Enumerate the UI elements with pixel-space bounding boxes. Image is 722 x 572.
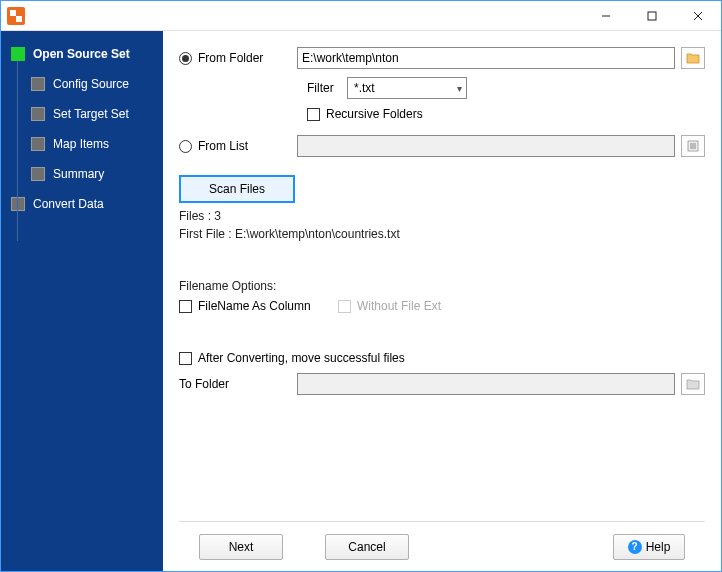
app-icon bbox=[7, 7, 25, 25]
next-button[interactable]: Next bbox=[199, 534, 283, 560]
browse-to-folder-button[interactable] bbox=[681, 373, 705, 395]
help-icon: ? bbox=[628, 540, 642, 554]
close-icon bbox=[693, 11, 703, 21]
folder-path-input[interactable] bbox=[297, 47, 675, 69]
sidebar-item-map-items[interactable]: Map Items bbox=[1, 131, 163, 157]
help-button[interactable]: ? Help bbox=[613, 534, 685, 560]
from-folder-radio[interactable] bbox=[179, 52, 192, 65]
recursive-folders-label: Recursive Folders bbox=[326, 107, 423, 121]
sidebar-item-convert-data[interactable]: Convert Data bbox=[1, 191, 163, 217]
cancel-button[interactable]: Cancel bbox=[325, 534, 409, 560]
filename-options-heading: Filename Options: bbox=[179, 279, 705, 293]
sidebar-item-open-source-set[interactable]: Open Source Set bbox=[1, 41, 163, 67]
filename-as-column-checkbox[interactable] bbox=[179, 300, 192, 313]
recursive-folders-checkbox[interactable] bbox=[307, 108, 320, 121]
maximize-button[interactable] bbox=[629, 1, 675, 31]
browse-folder-button[interactable] bbox=[681, 47, 705, 69]
filter-value: *.txt bbox=[354, 81, 375, 95]
svg-rect-1 bbox=[648, 12, 656, 20]
sidebar-item-label: Set Target Set bbox=[53, 107, 129, 121]
after-converting-label: After Converting, move successful files bbox=[198, 351, 405, 365]
wizard-sidebar: Open Source Set Config Source Set Target… bbox=[1, 31, 163, 571]
main-panel: From Folder Filter *.txt ▾ R bbox=[163, 31, 721, 571]
titlebar bbox=[1, 1, 721, 31]
to-folder-label: To Folder bbox=[179, 377, 229, 391]
from-list-radio[interactable] bbox=[179, 140, 192, 153]
footer: Next Cancel ? Help bbox=[179, 521, 705, 571]
from-list-input bbox=[297, 135, 675, 157]
sidebar-item-label: Convert Data bbox=[33, 197, 104, 211]
file-icon bbox=[686, 140, 700, 152]
minimize-button[interactable] bbox=[583, 1, 629, 31]
without-file-ext-label: Without File Ext bbox=[357, 299, 441, 313]
filename-as-column-label: FileName As Column bbox=[198, 299, 338, 313]
chevron-down-icon: ▾ bbox=[457, 83, 462, 94]
to-folder-input bbox=[297, 373, 675, 395]
folder-icon bbox=[686, 378, 700, 390]
from-list-label: From List bbox=[198, 139, 248, 153]
sidebar-item-label: Open Source Set bbox=[33, 47, 130, 61]
scan-files-button[interactable]: Scan Files bbox=[179, 175, 295, 203]
filter-label: Filter bbox=[307, 81, 347, 95]
app-window: Open Source Set Config Source Set Target… bbox=[0, 0, 722, 572]
first-file: First File : E:\work\temp\nton\countries… bbox=[179, 227, 705, 241]
without-file-ext-checkbox bbox=[338, 300, 351, 313]
folder-icon bbox=[686, 52, 700, 64]
minimize-icon bbox=[601, 11, 611, 21]
from-folder-label: From Folder bbox=[198, 51, 263, 65]
browse-list-button[interactable] bbox=[681, 135, 705, 157]
sidebar-item-label: Summary bbox=[53, 167, 104, 181]
close-button[interactable] bbox=[675, 1, 721, 31]
maximize-icon bbox=[647, 11, 657, 21]
sidebar-item-set-target-set[interactable]: Set Target Set bbox=[1, 101, 163, 127]
after-converting-checkbox[interactable] bbox=[179, 352, 192, 365]
scan-files-label: Scan Files bbox=[209, 182, 265, 196]
sidebar-item-config-source[interactable]: Config Source bbox=[1, 71, 163, 97]
filter-select[interactable]: *.txt ▾ bbox=[347, 77, 467, 99]
files-count: Files : 3 bbox=[179, 209, 705, 223]
sidebar-item-label: Map Items bbox=[53, 137, 109, 151]
sidebar-item-summary[interactable]: Summary bbox=[1, 161, 163, 187]
sidebar-item-label: Config Source bbox=[53, 77, 129, 91]
